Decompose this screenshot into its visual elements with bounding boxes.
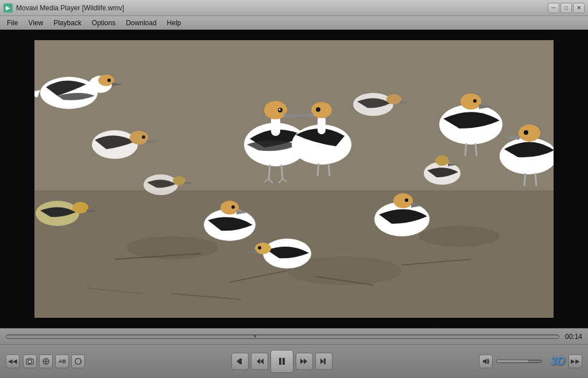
svg-line-32 bbox=[328, 163, 330, 176]
svg-point-30 bbox=[316, 107, 320, 112]
enhance-button[interactable] bbox=[39, 354, 53, 368]
loop-button[interactable] bbox=[71, 354, 85, 368]
minimize-button[interactable]: ─ bbox=[548, 3, 559, 13]
svg-point-57 bbox=[255, 243, 271, 254]
pause-button[interactable] bbox=[270, 350, 293, 373]
svg-rect-78 bbox=[283, 358, 285, 365]
ab-button[interactable]: AB bbox=[55, 354, 69, 368]
svg-line-22 bbox=[281, 165, 283, 179]
svg-point-55 bbox=[386, 94, 401, 104]
volume-fill bbox=[497, 360, 528, 363]
svg-point-60 bbox=[173, 176, 185, 185]
pause-icon bbox=[277, 356, 287, 367]
skip-forward-icon bbox=[319, 357, 328, 366]
svg-point-68 bbox=[28, 360, 32, 363]
svg-line-52 bbox=[524, 173, 525, 186]
svg-point-51 bbox=[524, 130, 528, 135]
time-display: 00:14 bbox=[565, 333, 582, 341]
playback-controls bbox=[231, 350, 332, 373]
svg-rect-64 bbox=[554, 30, 588, 328]
svg-marker-81 bbox=[320, 358, 324, 364]
svg-line-21 bbox=[269, 165, 270, 179]
svg-point-34 bbox=[130, 131, 148, 145]
svg-point-47 bbox=[393, 193, 413, 208]
svg-marker-79 bbox=[300, 358, 304, 364]
volume-icon bbox=[482, 357, 490, 365]
video-content bbox=[0, 30, 588, 328]
svg-point-15 bbox=[107, 79, 111, 82]
svg-point-42 bbox=[72, 202, 88, 213]
svg-point-48 bbox=[405, 198, 408, 202]
menu-file[interactable]: File bbox=[2, 18, 22, 28]
menu-playback[interactable]: Playback bbox=[49, 18, 86, 28]
video-area bbox=[0, 30, 588, 328]
skip-forward-button[interactable] bbox=[315, 353, 332, 370]
maximize-button[interactable]: □ bbox=[560, 3, 572, 13]
snapshot-icon bbox=[26, 357, 34, 365]
title-bar: ▶ Movavi Media Player [Wildlife.wmv] ─ □… bbox=[0, 0, 588, 16]
svg-point-18 bbox=[264, 101, 287, 119]
volume-area: 3D bbox=[479, 354, 565, 368]
forward-button[interactable] bbox=[296, 353, 313, 370]
svg-point-62 bbox=[435, 155, 449, 166]
enhance-icon bbox=[42, 357, 50, 365]
expand-right-button[interactable]: ▶▶ bbox=[568, 354, 582, 368]
svg-marker-83 bbox=[483, 358, 486, 364]
seek-area: ▼ 00:14 bbox=[0, 328, 588, 344]
svg-line-40 bbox=[475, 143, 477, 156]
svg-line-39 bbox=[465, 143, 466, 156]
menu-options[interactable]: Options bbox=[87, 18, 120, 28]
snapshot-button[interactable] bbox=[23, 354, 37, 368]
volume-slider[interactable] bbox=[496, 360, 542, 363]
svg-point-29 bbox=[311, 102, 332, 118]
svg-point-20 bbox=[279, 109, 281, 111]
seek-fill bbox=[6, 335, 255, 338]
svg-point-58 bbox=[258, 246, 261, 250]
svg-rect-28 bbox=[318, 116, 326, 134]
svg-rect-66 bbox=[34, 318, 554, 328]
loop-icon bbox=[74, 357, 82, 365]
svg-marker-75 bbox=[257, 358, 260, 364]
app-icon: ▶ bbox=[3, 3, 13, 13]
ab-icon: AB bbox=[58, 357, 66, 365]
window-title: Movavi Media Player [Wildlife.wmv] bbox=[16, 4, 548, 12]
skip-back-icon bbox=[235, 357, 245, 366]
svg-rect-82 bbox=[324, 358, 326, 364]
svg-point-5 bbox=[419, 226, 500, 247]
seek-bar[interactable]: ▼ bbox=[6, 334, 559, 339]
svg-point-50 bbox=[519, 124, 540, 142]
svg-rect-65 bbox=[34, 30, 554, 40]
expand-left-button[interactable]: ◀◀ bbox=[6, 354, 20, 368]
svg-marker-76 bbox=[260, 358, 264, 364]
volume-button[interactable] bbox=[479, 354, 493, 368]
menu-view[interactable]: View bbox=[24, 18, 48, 28]
left-controls: AB bbox=[23, 354, 85, 368]
svg-text:AB: AB bbox=[59, 358, 66, 364]
video-frame bbox=[0, 30, 588, 328]
close-button[interactable]: ✕ bbox=[573, 3, 585, 13]
svg-point-38 bbox=[473, 99, 477, 103]
svg-point-35 bbox=[142, 135, 145, 139]
rewind-button[interactable] bbox=[251, 353, 268, 370]
svg-rect-63 bbox=[0, 30, 34, 328]
svg-rect-77 bbox=[279, 358, 281, 365]
forward-icon bbox=[300, 357, 309, 366]
controls-bar: ◀◀ AB bbox=[0, 344, 588, 377]
svg-line-31 bbox=[318, 163, 319, 176]
svg-marker-73 bbox=[237, 358, 240, 364]
svg-rect-69 bbox=[29, 358, 31, 360]
3d-badge: 3D bbox=[550, 354, 565, 368]
rewind-icon bbox=[255, 357, 264, 366]
svg-line-53 bbox=[535, 173, 536, 186]
svg-point-44 bbox=[220, 201, 239, 215]
menu-download[interactable]: Download bbox=[121, 18, 161, 28]
menu-bar: File View Playback Options Download Help bbox=[0, 16, 588, 30]
menu-help[interactable]: Help bbox=[163, 18, 186, 28]
window-controls: ─ □ ✕ bbox=[548, 3, 585, 13]
seek-thumb: ▼ bbox=[252, 333, 258, 340]
svg-point-45 bbox=[231, 205, 235, 209]
svg-marker-80 bbox=[304, 358, 307, 364]
skip-back-button[interactable] bbox=[231, 353, 249, 370]
svg-rect-74 bbox=[240, 358, 242, 364]
svg-point-37 bbox=[461, 93, 481, 110]
